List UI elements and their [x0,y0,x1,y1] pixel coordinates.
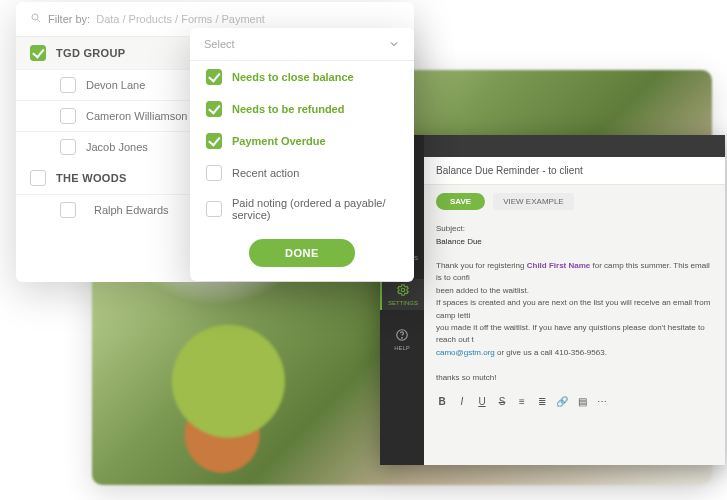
bold-icon[interactable]: B [436,396,448,407]
svg-line-8 [37,19,40,22]
person-name: Jacob Jones [86,141,148,153]
sidebar-label: SETTINGS [388,300,418,306]
svg-point-7 [32,14,38,20]
dropdown-option[interactable]: Recent action [190,157,414,189]
person-name: Cameron Williamson [86,110,187,122]
filter-prefix: Filter by: [48,13,90,25]
checkbox-icon[interactable] [206,133,222,149]
strike-icon[interactable]: S [496,396,508,407]
editor-main: Balance Due Reminder - to client SAVE VI… [424,135,725,465]
ul-icon[interactable]: ≣ [536,396,548,407]
link-icon[interactable]: 🔗 [556,396,568,407]
view-example-button[interactable]: VIEW EXAMPLE [493,193,573,210]
sidebar-label: HELP [394,345,410,351]
ol-icon[interactable]: ≡ [516,396,528,407]
option-label: Needs to be refunded [232,103,344,115]
more-icon[interactable]: ⋯ [596,396,608,407]
option-label: Needs to close balance [232,71,354,83]
checkbox-icon[interactable] [206,165,222,181]
merge-token: Child First Name [527,261,591,270]
checkbox-icon[interactable] [206,201,222,217]
checkbox-icon[interactable] [60,139,76,155]
checkbox-icon[interactable] [206,101,222,117]
search-icon [30,12,42,26]
editor-title: Balance Due Reminder - to client [424,157,725,185]
dropdown-select[interactable]: Select [190,28,414,61]
help-icon [395,328,409,342]
email-editor-panel: USERS PAYMENTS SETTINGS HELP Balance Due… [380,135,725,465]
email-link[interactable]: camo@gstm.org [436,348,495,357]
sidebar-item-settings[interactable]: SETTINGS [380,279,424,310]
dropdown-select-label: Select [204,38,235,50]
group-name: THE WOODS [56,172,127,184]
editor-topbar [424,135,725,157]
gear-icon [396,283,410,297]
email-body[interactable]: Thank you for registering Child First Na… [424,256,725,388]
option-label: Recent action [232,167,299,179]
svg-point-4 [401,288,405,292]
save-button[interactable]: SAVE [436,193,485,210]
dropdown-option[interactable]: Payment Overdue [190,125,414,157]
rich-text-toolbar: B I U S ≡ ≣ 🔗 ▤ ⋯ [424,388,725,415]
subject-value[interactable]: Balance Due [424,235,725,256]
filter-dropdown: Select Needs to close balance Needs to b… [190,28,414,281]
svg-point-6 [402,338,403,339]
sidebar-item-help[interactable]: HELP [380,324,424,355]
image-icon[interactable]: ▤ [576,396,588,407]
italic-icon[interactable]: I [456,396,468,407]
dropdown-option[interactable]: Paid noting (ordered a payable/ service) [190,189,414,229]
dropdown-option[interactable]: Needs to be refunded [190,93,414,125]
underline-icon[interactable]: U [476,396,488,407]
checkbox-icon[interactable] [30,170,46,186]
done-button[interactable]: DONE [249,239,355,267]
person-name: Devon Lane [86,79,145,91]
dropdown-option[interactable]: Needs to close balance [190,61,414,93]
filter-hint: Data / Products / Forms / Payment [96,13,265,25]
checkbox-icon[interactable] [60,108,76,124]
checkbox-icon[interactable] [60,202,76,218]
person-name: Ralph Edwards [94,204,174,216]
checkbox-icon[interactable] [30,45,46,61]
checkbox-icon[interactable] [206,69,222,85]
checkbox-icon[interactable] [60,77,76,93]
chevron-down-icon [388,38,400,50]
subject-label: Subject: [424,218,725,235]
option-label: Payment Overdue [232,135,326,147]
group-name: TGD GROUP [56,47,125,59]
option-label: Paid noting (ordered a payable/ service) [232,197,398,221]
